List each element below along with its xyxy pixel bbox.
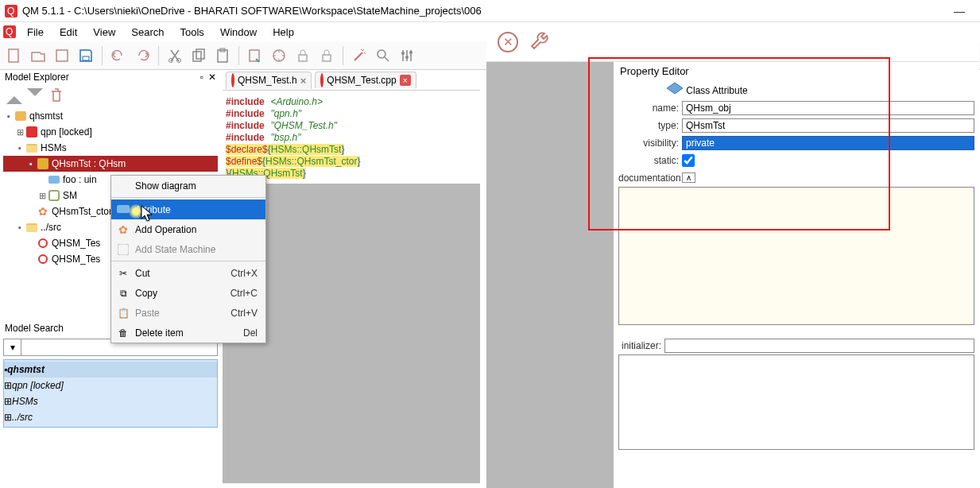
copy-icon[interactable] bbox=[188, 45, 210, 67]
down-icon[interactable] bbox=[27, 88, 43, 104]
initializer-field[interactable] bbox=[664, 339, 974, 353]
trash-icon[interactable] bbox=[48, 87, 65, 107]
svg-rect-4 bbox=[9, 49, 18, 62]
right-toolbar: ✕ bbox=[486, 22, 979, 62]
svg-point-17 bbox=[378, 50, 385, 58]
app-icon: Q bbox=[5, 5, 17, 17]
svg-rect-5 bbox=[56, 50, 68, 61]
svg-rect-6 bbox=[83, 56, 89, 60]
static-checkbox[interactable] bbox=[682, 154, 695, 167]
menu-view[interactable]: View bbox=[87, 25, 122, 40]
svg-point-19 bbox=[405, 56, 409, 59]
wand-icon[interactable] bbox=[348, 45, 370, 67]
search-results-tree[interactable]: ▪qhsmtst ⊞qpn [locked] ⊞HSMs ⊞../src bbox=[3, 359, 218, 428]
menu-edit[interactable]: Edit bbox=[53, 25, 83, 40]
tree-ctor[interactable]: QHsmTst_ctor bbox=[52, 206, 112, 217]
minimize-button[interactable]: — bbox=[943, 5, 975, 17]
svg-rect-22 bbox=[118, 244, 129, 255]
tree-class-label: QHsmTst : QHsm bbox=[52, 158, 126, 169]
menu-search[interactable]: Search bbox=[125, 25, 170, 40]
operation-icon: ✿ bbox=[116, 223, 130, 237]
undo-icon[interactable] bbox=[107, 45, 130, 67]
explorer-toolbar bbox=[3, 84, 218, 108]
tab-source[interactable]: QHSM_Test.cpp× bbox=[315, 72, 416, 88]
ctx-add-state-machine: Add State Machine bbox=[111, 239, 265, 259]
close-icon[interactable]: × bbox=[300, 75, 307, 87]
lock1-icon[interactable] bbox=[292, 45, 314, 67]
ctx-copy[interactable]: ⧉CopyCtrl+C bbox=[111, 283, 265, 303]
tree-src[interactable]: ../src bbox=[41, 222, 61, 233]
tree-root[interactable]: qhsmtst bbox=[29, 110, 63, 122]
name-field[interactable] bbox=[682, 101, 974, 115]
close-icon[interactable]: × bbox=[400, 75, 411, 86]
tree-qpn[interactable]: qpn [locked] bbox=[41, 126, 92, 137]
tree-item-qhsmtst[interactable]: ▪QHsmTst : QHsm bbox=[3, 156, 218, 172]
ctx-cut[interactable]: ✂CutCtrl+X bbox=[111, 263, 265, 283]
property-editor: Property Editor Class Attribute name: ty… bbox=[614, 62, 979, 454]
menu-tools[interactable]: Tools bbox=[174, 25, 211, 40]
ctx-add-operation[interactable]: ✿Add Operation bbox=[111, 219, 265, 239]
svg-rect-9 bbox=[193, 52, 201, 61]
scissors-icon: ✂ bbox=[116, 266, 130, 281]
ctx-show-diagram[interactable]: Show diagram bbox=[111, 176, 265, 196]
tree-testcpp[interactable]: QHSM_Tes bbox=[52, 254, 100, 265]
save-disk-icon[interactable] bbox=[75, 45, 97, 67]
expand-icon[interactable]: ∧ bbox=[682, 172, 695, 183]
window-title: QM 5.1.1 - C:\Users\nieki\OneDrive - BHA… bbox=[22, 5, 943, 17]
code-view[interactable]: #include <Arduino.h> #include "qpn.h" #i… bbox=[223, 91, 480, 184]
class-attr-icon bbox=[666, 82, 684, 99]
class-attribute-label: Class Attribute bbox=[686, 85, 747, 96]
app-icon-small: Q bbox=[3, 25, 16, 38]
documentation-textarea[interactable] bbox=[618, 187, 974, 325]
menu-file[interactable]: File bbox=[21, 25, 50, 40]
documentation-label: documentation: bbox=[618, 172, 682, 184]
type-label: type: bbox=[618, 120, 682, 131]
context-menu: Show diagram Attribute ✿Add Operation Ad… bbox=[110, 175, 266, 343]
panel-float-icon[interactable]: ▫ bbox=[200, 72, 203, 83]
wrench-icon[interactable] bbox=[529, 30, 550, 53]
sliders-icon[interactable] bbox=[396, 45, 418, 67]
model-explorer-header: Model Explorer ▫ ✕ bbox=[3, 70, 218, 84]
initializer-label: initializer: bbox=[618, 340, 664, 351]
cut-icon[interactable] bbox=[164, 45, 186, 67]
model-explorer-title: Model Explorer bbox=[5, 72, 69, 83]
build-icon[interactable] bbox=[268, 45, 290, 67]
svg-rect-21 bbox=[117, 205, 130, 213]
svg-text:Q: Q bbox=[6, 26, 13, 37]
trash-icon: 🗑 bbox=[116, 326, 130, 340]
svg-rect-15 bbox=[299, 55, 307, 61]
new-icon[interactable] bbox=[3, 45, 25, 67]
visibility-field[interactable] bbox=[682, 136, 974, 150]
generate-icon[interactable] bbox=[244, 45, 266, 67]
lock2-icon[interactable] bbox=[316, 45, 338, 67]
type-field[interactable] bbox=[682, 118, 974, 133]
zoom-icon[interactable] bbox=[372, 45, 394, 67]
svg-rect-16 bbox=[323, 55, 331, 61]
menu-help[interactable]: Help bbox=[266, 25, 300, 40]
svg-point-18 bbox=[401, 52, 405, 55]
tab-header[interactable]: QHSM_Test.h× bbox=[226, 72, 312, 89]
svg-rect-10 bbox=[196, 49, 204, 59]
name-label: name: bbox=[618, 103, 682, 114]
save-icon[interactable] bbox=[51, 45, 73, 67]
ctx-delete[interactable]: 🗑Delete itemDel bbox=[111, 323, 265, 343]
statemachine-icon bbox=[116, 242, 130, 257]
initializer-textarea[interactable] bbox=[618, 354, 974, 450]
tree-foo[interactable]: foo : uin bbox=[63, 174, 97, 185]
menu-window[interactable]: Window bbox=[214, 25, 263, 40]
chevron-down-icon[interactable]: ▾ bbox=[4, 339, 21, 355]
close-circle-icon[interactable]: ✕ bbox=[498, 32, 518, 52]
tree-testh[interactable]: QHSM_Tes bbox=[52, 238, 100, 249]
up-icon[interactable] bbox=[6, 88, 22, 104]
tree-sm[interactable]: SM bbox=[63, 190, 77, 201]
tree-hsms[interactable]: HSMs bbox=[41, 142, 67, 153]
redo-icon[interactable] bbox=[131, 45, 153, 67]
property-editor-title: Property Editor bbox=[614, 62, 979, 80]
titlebar: Q QM 5.1.1 - C:\Users\nieki\OneDrive - B… bbox=[0, 0, 980, 22]
open-icon[interactable] bbox=[27, 45, 49, 67]
ctx-paste: 📋PasteCtrl+V bbox=[111, 303, 265, 323]
panel-close-icon[interactable]: ✕ bbox=[208, 72, 216, 83]
paste-icon[interactable] bbox=[211, 45, 234, 67]
static-label: static: bbox=[618, 155, 682, 166]
model-search-title: Model Search bbox=[5, 323, 64, 334]
